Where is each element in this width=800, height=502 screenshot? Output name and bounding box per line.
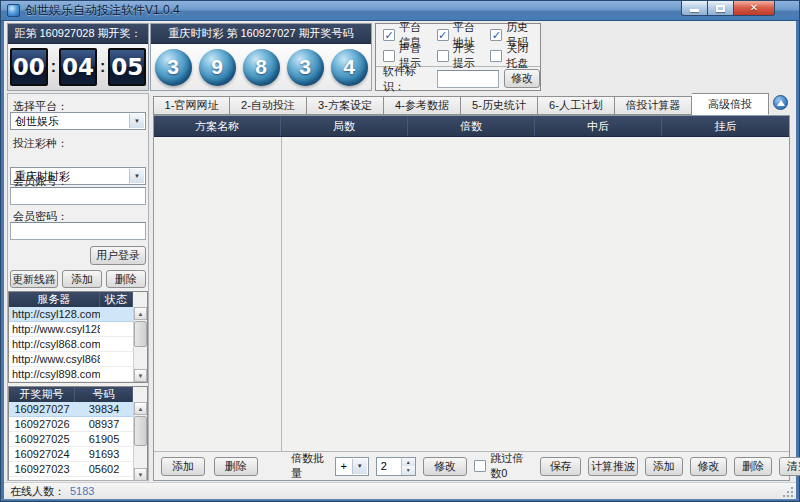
scrollbar-corner bbox=[133, 292, 147, 307]
column-header: 服务器 bbox=[9, 292, 100, 307]
minimize-icon bbox=[690, 9, 699, 12]
checkbox-sound-alert[interactable]: ✓ bbox=[383, 50, 395, 62]
skip-zero-label: 跳过倍数0 bbox=[490, 451, 533, 481]
tab-multiplier-calculator[interactable]: 倍投计算器 bbox=[615, 96, 692, 115]
server-row[interactable]: http://www.csyl868.co... bbox=[9, 352, 133, 367]
server-row[interactable]: http://www.csyl128.co... bbox=[9, 322, 133, 337]
step-spinner[interactable]: 2 ▲ ▼ bbox=[376, 457, 416, 476]
spinner-down-icon[interactable]: ▼ bbox=[402, 466, 415, 475]
column-header: 号码 bbox=[75, 387, 133, 402]
draw-row[interactable]: 16092702305602 bbox=[9, 462, 133, 477]
plan-table-body[interactable] bbox=[154, 137, 789, 451]
server-scrollbar[interactable]: ▲ ▼ bbox=[133, 307, 147, 382]
tab-advanced-multiplier[interactable]: 高级倍投 bbox=[692, 93, 769, 115]
resize-grip-icon[interactable] bbox=[783, 486, 794, 497]
login-button[interactable]: 用户登录 bbox=[90, 246, 146, 265]
options-panel: ✓ 平台信息 ✓ 平台地址 ✓ 历史号码 ✓ 声音提示 ✓ 开奖提示 ✓ 关闭托… bbox=[375, 23, 541, 91]
maximize-button[interactable] bbox=[708, 1, 734, 16]
main-panel: 1-官网网址 2-自动投注 3-方案设定 4-参考数据 5-历史统计 6-人工计… bbox=[153, 93, 793, 481]
checkbox-close-tray[interactable]: ✓ bbox=[490, 50, 502, 62]
clear-button[interactable]: 清空 bbox=[779, 457, 800, 476]
draw-history-scrollbar[interactable]: ▲ ▼ bbox=[133, 402, 147, 480]
window-frame-bottom bbox=[1, 499, 799, 501]
title-bar[interactable]: 创世娱乐自动投注软件V1.0.4 ✕ bbox=[1, 1, 799, 21]
tab-auto-bet[interactable]: 2-自动投注 bbox=[230, 96, 307, 115]
server-row[interactable]: http://csyl868.com bbox=[9, 337, 133, 352]
password-input[interactable] bbox=[10, 222, 146, 240]
minimize-button[interactable] bbox=[681, 1, 708, 16]
platform-select[interactable]: 创世娱乐 ▼ bbox=[10, 112, 146, 130]
server-row[interactable]: http://csyl898.com bbox=[9, 367, 133, 382]
delete-plan-button[interactable]: 删除 bbox=[214, 457, 258, 476]
delete-line-button[interactable]: 删除 bbox=[106, 270, 146, 288]
draw-row[interactable]: 16092702739834 bbox=[9, 402, 133, 417]
countdown-header: 距第 160927028 期开奖： bbox=[8, 24, 148, 44]
account-input[interactable] bbox=[10, 187, 146, 205]
pane-divider bbox=[281, 137, 282, 480]
software-id-input[interactable] bbox=[437, 70, 499, 88]
draw-row[interactable]: 16092702491693 bbox=[9, 447, 133, 462]
checkbox-label: 关闭托盘 bbox=[506, 41, 530, 71]
draw-row[interactable]: 16092702561905 bbox=[9, 432, 133, 447]
window-controls: ✕ bbox=[681, 1, 775, 16]
countdown-hours: 00 bbox=[10, 48, 48, 86]
chevron-down-icon: ▼ bbox=[129, 169, 144, 183]
scrollbar-corner bbox=[133, 387, 147, 402]
save-button[interactable]: 保存 bbox=[540, 457, 581, 476]
scroll-up-icon[interactable]: ▲ bbox=[134, 402, 147, 415]
tab-history-stats[interactable]: 5-历史统计 bbox=[461, 96, 538, 115]
calc-push-button[interactable]: 计算推波 bbox=[588, 457, 638, 476]
draw-row[interactable]: 16092702245254 bbox=[9, 477, 133, 480]
checkbox-draw-alert[interactable]: ✓ bbox=[437, 50, 449, 62]
checkbox-platform-address[interactable]: ✓ bbox=[437, 29, 449, 41]
online-count-label: 在线人数： bbox=[10, 484, 65, 499]
tab-manual-plan[interactable]: 6-人工计划 bbox=[538, 96, 615, 115]
tab-official-url[interactable]: 1-官网网址 bbox=[153, 96, 230, 115]
scroll-down-icon[interactable]: ▼ bbox=[134, 369, 147, 382]
lottery-ball: 9 bbox=[199, 49, 236, 86]
update-lines-button[interactable]: 更新线路 bbox=[10, 270, 58, 288]
column-header: 方案名称 bbox=[154, 116, 281, 136]
multiplier-controls: 倍数批量 + ▼ 2 ▲ ▼ 修改 ✓ bbox=[281, 451, 800, 481]
chevron-down-icon: ▼ bbox=[129, 114, 144, 128]
tab-reference-data[interactable]: 4-参考数据 bbox=[384, 96, 461, 115]
maximize-icon bbox=[716, 5, 725, 12]
scrollbar-thumb[interactable] bbox=[134, 321, 147, 347]
checkbox-platform-info[interactable]: ✓ bbox=[383, 29, 395, 41]
app-window: 创世娱乐自动投注软件V1.0.4 ✕ 距第 160927028 期开奖： 00 … bbox=[0, 0, 800, 502]
scroll-down-icon[interactable]: ▼ bbox=[134, 468, 147, 480]
column-header: 状态 bbox=[100, 292, 133, 307]
software-id-modify-button[interactable]: 修改 bbox=[504, 69, 540, 88]
software-id-row: 软件标识： 修改 bbox=[376, 66, 540, 90]
bottom-toolbar: 添加 删除 倍数批量 + ▼ 2 ▲ ▼ bbox=[154, 451, 789, 480]
clock-colon: : bbox=[100, 58, 105, 76]
skip-zero-checkbox[interactable]: ✓ bbox=[474, 460, 486, 472]
delete-row-button[interactable]: 删除 bbox=[734, 457, 772, 476]
close-icon: ✕ bbox=[750, 3, 758, 13]
draw-header: 重庆时时彩 第 160927027 期开奖号码 bbox=[151, 24, 371, 44]
checkbox-label: 开奖提示 bbox=[453, 41, 477, 71]
draw-balls: 3 9 8 3 4 bbox=[151, 44, 371, 90]
server-row[interactable]: http://csyl128.com bbox=[9, 307, 133, 322]
software-id-label: 软件标识： bbox=[383, 64, 432, 94]
checkbox-history-numbers[interactable]: ✓ bbox=[490, 29, 502, 41]
column-header: 挂后 bbox=[662, 116, 789, 136]
spinner-up-icon[interactable]: ▲ bbox=[402, 458, 415, 467]
modify-row-button[interactable]: 修改 bbox=[690, 457, 728, 476]
add-row-button[interactable]: 添加 bbox=[645, 457, 683, 476]
add-plan-button[interactable]: 添加 bbox=[161, 457, 205, 476]
operator-select[interactable]: + ▼ bbox=[335, 457, 368, 476]
batch-modify-button[interactable]: 修改 bbox=[423, 457, 468, 476]
draw-row[interactable]: 16092702608937 bbox=[9, 417, 133, 432]
draw-panel: 重庆时时彩 第 160927027 期开奖号码 3 9 8 3 4 bbox=[150, 23, 372, 91]
add-line-button[interactable]: 添加 bbox=[62, 270, 102, 288]
tab-plan-setting[interactable]: 3-方案设定 bbox=[307, 96, 384, 115]
clock-colon: : bbox=[51, 58, 56, 76]
online-count-value: 5183 bbox=[70, 485, 94, 497]
scroll-up-icon[interactable]: ▲ bbox=[134, 307, 147, 320]
scrollbar-thumb[interactable] bbox=[134, 416, 147, 446]
batch-multiplier-label: 倍数批量 bbox=[291, 451, 328, 481]
close-button[interactable]: ✕ bbox=[734, 1, 775, 16]
scroll-top-icon[interactable] bbox=[773, 95, 788, 110]
app-icon bbox=[7, 4, 20, 17]
